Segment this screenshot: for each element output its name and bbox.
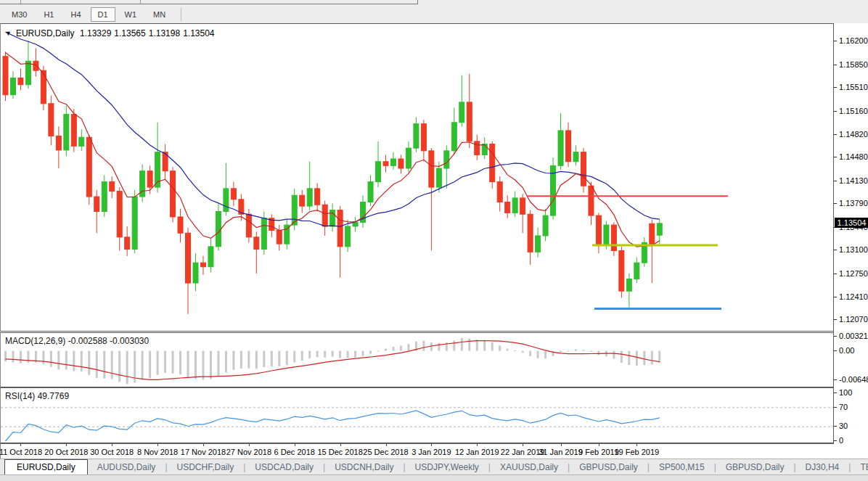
axis-tick-mark [834,392,837,393]
candle-bullish [208,247,213,267]
price-tick-label: 1.13790 [839,199,868,207]
chart-tab-usdcnh-daily[interactable]: USDCNH,Daily [325,459,403,474]
rsi-indicator-panel[interactable]: RSI(14) 49.7769 [0,387,834,443]
macd-histogram-bar [149,351,151,379]
main-chart-panel[interactable]: ▼EURUSD,Daily 1.133291.135651.131981.135… [0,23,834,332]
candle-bearish [178,217,183,233]
macd-histogram-bar [354,351,356,358]
macd-histogram-bar [613,351,615,359]
axis-tick-mark [834,274,837,274]
candle-bearish [300,195,305,206]
rsi-chart-canvas[interactable] [1,388,834,443]
macd-histogram-bar [522,351,524,353]
macd-tick-label: -0.006485 [839,375,868,384]
status-strip [0,474,868,481]
macd-histogram-bar [4,351,7,362]
macd-histogram-bar [621,351,623,363]
macd-histogram-bar [278,351,280,366]
axis-tick-mark [834,379,837,380]
macd-histogram-bar [81,351,83,372]
macd-histogram-bar [438,343,440,351]
candle-bearish [581,152,586,186]
toolbar-separator [140,0,141,4]
date-tick-label: 11 Oct 2018 [0,448,42,456]
chart-tab-bar: EURUSD,DailyAUDUSD,Daily|USDCHF,Daily|US… [0,459,868,474]
macd-histogram-bar [636,351,638,366]
symbol-dropdown-icon[interactable]: ▼ [5,30,12,37]
axis-tick-mark [834,41,837,41]
rsi-tick-label: 70 [839,403,848,411]
price-tick-label: 1.15160 [839,107,868,115]
date-tick-mark [249,444,250,446]
chart-tab-dj30-h4[interactable]: DJ30,H4 [796,459,849,474]
ohlc-close: 1.13504 [183,28,214,38]
axis-tick-mark [834,134,837,135]
macd-histogram-bar [400,346,402,351]
macd-histogram-bar [582,350,584,350]
candle-bearish [246,214,251,237]
rsi-tick-label: 0 [839,436,843,445]
candle-bearish [322,205,327,226]
macd-histogram-bar [377,350,380,351]
candle-bearish [56,136,61,150]
macd-histogram-bar [422,341,425,351]
chart-tab-gbpusd-daily[interactable]: GBPUSD,Daily [716,459,794,474]
chart-tab-usdjpy-weekly[interactable]: USDJPY,Weekly [406,459,488,474]
date-tick-mark [203,444,204,446]
candlestick-chart-canvas[interactable] [1,24,834,331]
candle-bullish [368,182,373,202]
macd-name: MACD(12,26,9) [5,336,65,346]
chart-tab-audusd-daily[interactable]: AUDUSD,Daily [88,459,165,474]
timeframe-button-M30[interactable]: M30 [4,7,34,22]
date-axis: 11 Oct 201820 Oct 201830 Oct 20188 Nov 2… [0,443,834,459]
macd-histogram-bar [514,350,516,351]
axis-tick-mark [834,250,837,250]
date-tick-label: 9 Feb 2019 [578,448,619,456]
macd-histogram-bar [544,351,546,359]
macd-histogram-bar [491,342,494,350]
date-tick-label: 6 Dec 2018 [274,448,315,456]
candle-bullish [390,159,396,165]
candle-bullish [353,222,358,226]
date-tick-label: 12 Jan 2019 [455,448,499,456]
chart-tab-usdchf-daily[interactable]: USDCHF,Daily [168,459,244,474]
price-tick-label: 1.12070 [839,315,868,324]
candle-bullish [459,102,464,123]
chart-tab-eurusd-daily[interactable]: EURUSD,Daily [4,459,88,474]
date-tick-label: 17 Nov 2018 [181,448,226,456]
timeframe-button-H4[interactable]: H4 [63,7,88,22]
macd-histogram-bar [507,349,509,351]
price-tick-label: 1.14480 [839,152,868,161]
candle-bearish [497,182,502,202]
macd-histogram-bar [255,351,258,369]
candle-bullish [512,198,517,213]
chart-tab-gbpusd-daily[interactable]: GBPUSD,Daily [570,459,647,474]
candle-bearish [117,192,122,237]
candle-bearish [200,263,205,267]
macd-histogram-bar [468,339,470,351]
macd-histogram-bar [575,349,577,350]
macd-indicator-panel[interactable]: MACD(12,26,9) -0.002588 -0.003030 [0,332,834,387]
date-tick-label: 25 Dec 2018 [363,448,408,456]
candle-bearish [475,141,480,155]
timeframe-button-H1[interactable]: H1 [36,7,61,22]
timeframe-button-W1[interactable]: W1 [118,7,144,22]
date-tick-mark [112,444,112,446]
chart-tab-sp500-m15[interactable]: SP500,M15 [650,459,714,474]
chart-tab-tech100[interactable]: TECH100, [851,459,868,474]
chart-tab-usdcad-daily[interactable]: USDCAD,Daily [245,459,323,474]
candle-bearish [596,215,601,245]
macd-histogram-bar [73,351,75,371]
candle-bearish [520,198,525,214]
chart-tab-xauusd-daily[interactable]: XAUUSD,Daily [491,459,568,474]
price-tick-label: 1.14130 [839,176,868,185]
macd-histogram-bar [453,340,455,350]
candle-bearish [71,115,76,147]
timeframe-button-D1[interactable]: D1 [91,7,115,22]
date-tick-mark [66,444,67,446]
candle-bullish [79,137,84,146]
candle-bearish [383,162,388,166]
macd-histogram-bar [324,351,326,358]
rsi-label: RSI(14) 49.7769 [5,391,69,401]
timeframe-button-MN[interactable]: MN [146,7,173,22]
